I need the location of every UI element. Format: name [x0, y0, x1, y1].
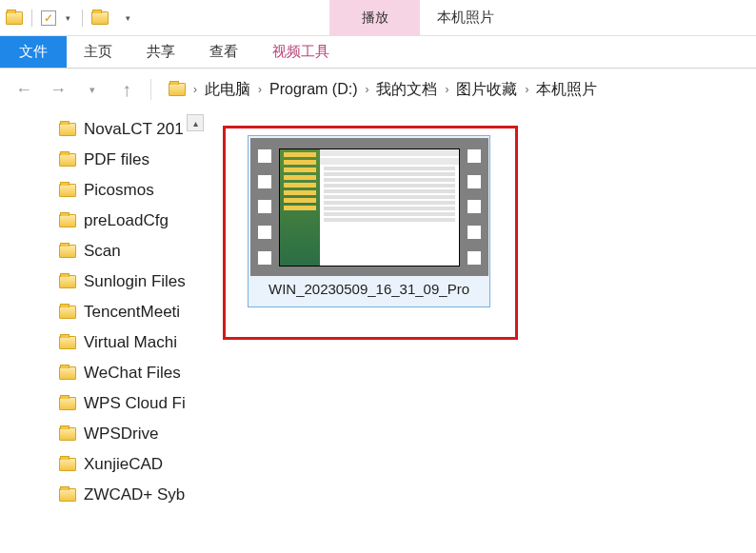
contextual-label: 播放: [362, 10, 388, 27]
chevron-right-icon[interactable]: ›: [363, 83, 370, 96]
tree-item-label: PDF files: [84, 150, 149, 169]
tree-folder-item[interactable]: Picosmos: [0, 175, 204, 206]
tree-folder-item[interactable]: TencentMeeti: [0, 297, 204, 327]
folder-icon: [59, 488, 76, 502]
tree-folder-item[interactable]: WeChat Files: [0, 358, 204, 388]
tree-item-label: WeChat Files: [84, 364, 181, 383]
tree-item-label: Picosmos: [84, 181, 154, 200]
folder-icon: [59, 366, 76, 380]
qat-dropdown-icon[interactable]: ▾: [62, 13, 73, 23]
tree-folder-item[interactable]: PDF files: [0, 145, 204, 175]
tab-home[interactable]: 主页: [67, 36, 129, 68]
qat-separator: [31, 10, 32, 27]
folder-icon: [59, 245, 76, 258]
folder-icon: [59, 184, 76, 197]
folder-icon: [59, 397, 76, 410]
tree-folder-item[interactable]: WPS Cloud Fi: [0, 388, 204, 419]
film-strip-left-icon: [250, 138, 279, 276]
tab-video-tools[interactable]: 视频工具: [255, 36, 347, 68]
tree-item-label: WPSDrive: [84, 425, 158, 444]
folder-icon: [59, 214, 76, 227]
folder-icon: [59, 306, 76, 319]
nav-separator: [150, 79, 151, 100]
chevron-right-icon[interactable]: ›: [256, 83, 264, 96]
folder-icon: [59, 427, 76, 441]
nav-up-icon[interactable]: ↑: [116, 79, 137, 100]
qat-properties-icon[interactable]: ✓: [41, 10, 56, 26]
tree-item-label: NovaLCT 201: [84, 120, 184, 139]
window-title: 本机照片: [437, 0, 494, 35]
folder-icon: [59, 123, 76, 136]
nav-recent-dropdown-icon[interactable]: ▾: [82, 79, 103, 100]
tree-item-label: ZWCAD+ Syb: [84, 485, 185, 504]
tab-file[interactable]: 文件: [0, 36, 67, 68]
breadcrumb-item[interactable]: 我的文档: [376, 80, 437, 100]
file-list-pane[interactable]: WIN_20230509_16_31_09_Pro: [204, 110, 756, 553]
breadcrumb-item[interactable]: 图片收藏: [456, 80, 517, 100]
qat-customize-dropdown-icon[interactable]: ▾: [122, 13, 133, 23]
tree-folder-item[interactable]: Scan: [0, 236, 204, 267]
tree-folder-item[interactable]: ZWCAD+ Syb: [0, 480, 204, 510]
tree-item-label: preLoadCfg: [84, 211, 169, 230]
nav-forward-icon[interactable]: →: [48, 79, 69, 100]
tree-folder-item[interactable]: WPSDrive: [0, 419, 204, 449]
tree-item-label: Sunlogin Files: [84, 272, 186, 291]
tree-folder-item[interactable]: Sunlogin Files: [0, 267, 204, 297]
folder-icon: [59, 458, 76, 471]
tab-view[interactable]: 查看: [192, 36, 255, 68]
file-name-label: WIN_20230509_16_31_09_Pro: [265, 276, 473, 305]
breadcrumb-item[interactable]: 此电脑: [205, 80, 250, 100]
tree-folder-item[interactable]: Virtual Machi: [0, 327, 204, 358]
tree-folder-item[interactable]: NovaLCT 201: [0, 114, 204, 145]
ribbon-tabs: 文件 主页 共享 查看 视频工具: [0, 36, 756, 69]
film-strip-right-icon: [460, 138, 488, 276]
tree-item-label: WPS Cloud Fi: [84, 394, 186, 413]
tree-folder-item[interactable]: XunjieCAD: [0, 449, 204, 480]
file-item-video[interactable]: WIN_20230509_16_31_09_Pro: [248, 135, 490, 307]
chevron-right-icon[interactable]: ›: [443, 83, 450, 96]
navigation-bar: ← → ▾ ↑ › 此电脑 › Program (D:) › 我的文档 › 图片…: [0, 69, 756, 110]
navigation-pane: NovaLCT 201 PDF files Picosmos preLoadCf…: [0, 110, 204, 553]
title-bar: ✓ ▾ ▾ 播放 本机照片: [0, 0, 756, 36]
breadcrumb-folder-icon[interactable]: [169, 83, 186, 96]
tree-item-label: XunjieCAD: [84, 455, 163, 474]
tree-item-label: Scan: [84, 242, 121, 261]
scroll-up-icon[interactable]: ▴: [187, 114, 204, 131]
app-folder-icon: [6, 11, 23, 25]
nav-back-icon[interactable]: ←: [13, 79, 34, 100]
contextual-tab-header: 播放: [329, 0, 420, 35]
chevron-right-icon[interactable]: ›: [523, 83, 530, 96]
tree-item-label: Virtual Machi: [84, 333, 177, 352]
quick-access-toolbar: ✓ ▾ ▾: [0, 0, 139, 35]
content-area: NovaLCT 201 PDF files Picosmos preLoadCf…: [0, 110, 756, 553]
thumbnail-preview: [279, 148, 460, 267]
tree-item-label: TencentMeeti: [84, 303, 180, 322]
folder-icon: [59, 336, 76, 349]
tree-scrollbar[interactable]: ▴: [187, 114, 204, 553]
tab-share[interactable]: 共享: [129, 36, 192, 68]
breadcrumb-item[interactable]: 本机照片: [536, 80, 597, 100]
breadcrumb-item[interactable]: Program (D:): [269, 81, 357, 98]
qat-newfolder-icon[interactable]: [91, 11, 109, 25]
video-thumbnail: [250, 138, 488, 276]
qat-separator: [82, 10, 83, 27]
tree-folder-item[interactable]: preLoadCfg: [0, 206, 204, 236]
chevron-right-icon[interactable]: ›: [191, 83, 199, 96]
folder-icon: [59, 153, 76, 167]
folder-icon: [59, 275, 76, 288]
breadcrumb: › 此电脑 › Program (D:) › 我的文档 › 图片收藏 › 本机照…: [169, 80, 597, 100]
